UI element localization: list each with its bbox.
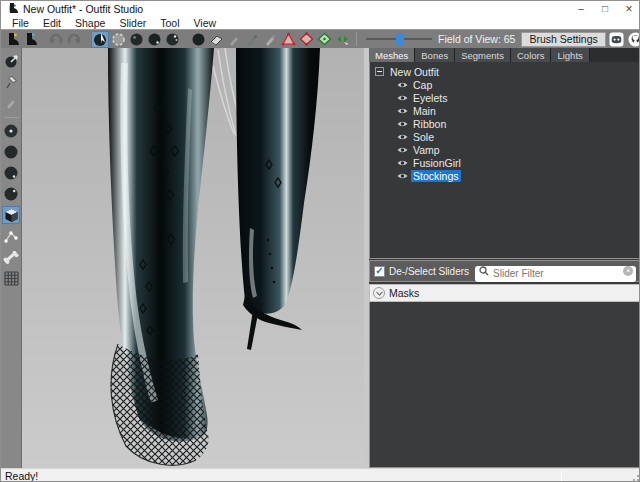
deselect-sliders-checkbox[interactable]: ✓ (374, 266, 385, 277)
tab-colors[interactable]: Colors (511, 48, 551, 62)
tree-row-cap[interactable]: Cap (375, 78, 640, 91)
tree-label: Main (411, 105, 438, 117)
select-tool-button[interactable] (91, 31, 109, 48)
new-project-button[interactable] (3, 31, 21, 48)
window-title: New Outfit* - Outfit Studio (23, 3, 143, 15)
mask-tool-button[interactable] (2, 122, 20, 140)
weight-brush-icon (228, 33, 241, 46)
discord-button[interactable] (608, 31, 625, 48)
collapse-vertex-button[interactable] (279, 31, 297, 48)
eraser-icon (209, 33, 224, 46)
tree-row-main[interactable]: Main (375, 104, 640, 117)
tree-row-fusiongirl[interactable]: FusionGirl (375, 156, 640, 169)
slider-filter-input[interactable] (475, 266, 636, 282)
grid-toggle-button[interactable] (2, 269, 20, 287)
eye-icon[interactable] (397, 133, 408, 141)
redo-button[interactable] (65, 31, 83, 48)
tree-label: Cap (411, 79, 434, 91)
eye-icon[interactable] (397, 159, 408, 167)
close-button[interactable]: × (617, 1, 640, 16)
bone-edit-button[interactable] (2, 248, 20, 266)
tree-row-sole[interactable]: Sole (375, 130, 640, 143)
eye-icon[interactable] (397, 81, 408, 89)
smooth-brush-button[interactable] (189, 31, 207, 48)
menubar: File Edit Shape Slider Tool View (1, 16, 640, 29)
fov-slider[interactable] (366, 32, 432, 46)
eye-icon[interactable] (397, 107, 408, 115)
brush-settings-button[interactable]: Brush Settings (521, 32, 605, 47)
masks-header[interactable]: Masks (369, 284, 640, 302)
load-project-icon (23, 32, 38, 47)
move-circle-icon (3, 186, 19, 202)
tab-segments[interactable]: Segments (455, 48, 511, 62)
minimize-button[interactable]: – (569, 1, 593, 16)
statusbar-divider (561, 471, 562, 481)
collapse-vertex-icon (281, 32, 296, 46)
eye-icon[interactable] (397, 94, 408, 102)
undo-button[interactable] (47, 31, 65, 48)
vertex-edit-button[interactable] (2, 227, 20, 245)
github-button[interactable] (627, 31, 640, 48)
color-brush-button[interactable] (243, 31, 261, 48)
tree-row-vamp[interactable]: Vamp (375, 143, 640, 156)
move-tool-button[interactable] (2, 185, 20, 203)
pin-tool-button[interactable] (2, 73, 20, 91)
statusbar: Ready! (1, 468, 640, 482)
tangent-brush-button[interactable] (2, 94, 20, 112)
tab-meshes[interactable]: Meshes (369, 48, 415, 62)
deflate-brush-button[interactable] (145, 31, 163, 48)
menu-edit[interactable]: Edit (36, 17, 68, 29)
menu-shape[interactable]: Shape (68, 17, 112, 29)
bone-icon (3, 251, 19, 264)
chevron-down-icon[interactable] (373, 287, 385, 299)
split-edge-button[interactable] (315, 31, 333, 48)
collapse-icon[interactable] (375, 67, 384, 76)
eye-icon[interactable] (397, 172, 408, 180)
cube-icon (4, 208, 19, 223)
tree-root-row[interactable]: New Outfit (375, 65, 640, 78)
fov-slider-thumb[interactable] (396, 33, 404, 45)
main-toolbar: Field of View: 65 Brush Settings (1, 29, 640, 48)
tree-row-stockings[interactable]: Stockings (375, 169, 640, 182)
tab-lights[interactable]: Lights (551, 48, 589, 62)
move-brush-button[interactable] (163, 31, 181, 48)
tree-label: Vamp (411, 144, 442, 156)
tree-label: Eyelets (411, 92, 449, 104)
menu-tool[interactable]: Tool (153, 17, 186, 29)
inflate-tool-button[interactable] (2, 143, 20, 161)
undo-brush-button[interactable] (207, 31, 225, 48)
resize-grip[interactable] (630, 472, 640, 482)
alpha-brush-icon (264, 33, 277, 46)
menu-file[interactable]: File (5, 17, 36, 29)
right-panel: Meshes Bones Segments Colors Lights New … (369, 48, 640, 468)
discord-icon (609, 32, 624, 47)
mask-circle-icon (3, 123, 19, 139)
tree-root-label: New Outfit (388, 66, 441, 78)
menu-slider[interactable]: Slider (112, 17, 153, 29)
eye-icon[interactable] (397, 146, 408, 154)
load-project-button[interactable] (21, 31, 39, 48)
mask-brush-button[interactable] (109, 31, 127, 48)
mirror-toggle-button[interactable] (333, 31, 351, 48)
maximize-button[interactable]: □ (593, 1, 617, 16)
tree-row-ribbon[interactable]: Ribbon (375, 117, 640, 130)
transform-tool-button[interactable] (2, 52, 20, 70)
new-project-icon (5, 32, 20, 47)
deflate-tool-button[interactable] (2, 164, 20, 182)
clear-filter-icon[interactable]: × (623, 266, 633, 276)
edit-mesh-button[interactable] (2, 206, 20, 224)
flip-edge-button[interactable] (297, 31, 315, 48)
fov-label: Field of View: 65 (438, 33, 515, 45)
tab-bones[interactable]: Bones (415, 48, 455, 62)
move-brush-icon (165, 32, 180, 47)
viewport-3d[interactable] (22, 48, 364, 468)
deflate-brush-icon (147, 32, 162, 47)
menu-view[interactable]: View (187, 17, 224, 29)
tree-row-eyelets[interactable]: Eyelets (375, 91, 640, 104)
weight-brush-button[interactable] (225, 31, 243, 48)
alpha-brush-button[interactable] (261, 31, 279, 48)
pen-icon (5, 97, 17, 109)
eye-icon[interactable] (397, 120, 408, 128)
inflate-brush-button[interactable] (127, 31, 145, 48)
github-icon (628, 32, 640, 47)
